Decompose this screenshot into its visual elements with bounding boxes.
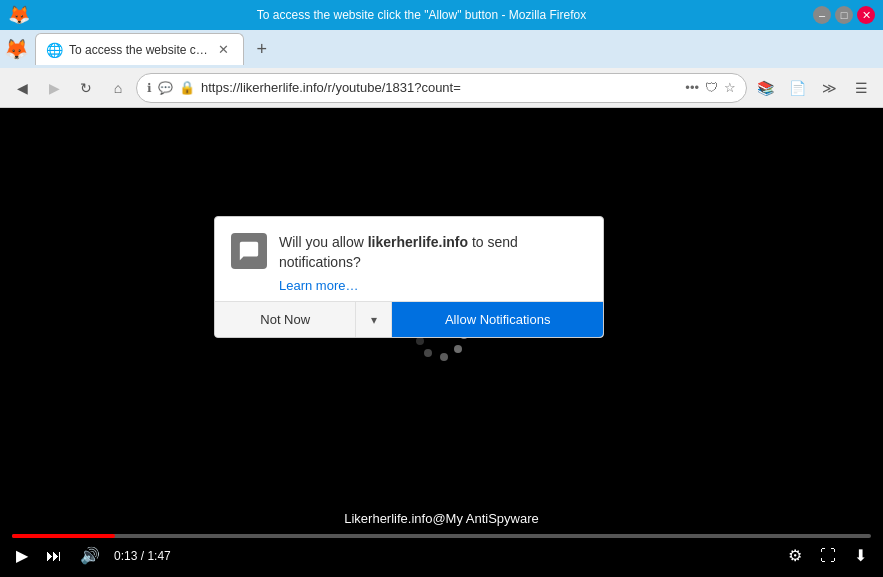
address-bar[interactable]: ℹ 💬 🔒 https://likerherlife.info/r/youtub… — [136, 73, 747, 103]
volume-button[interactable]: 🔊 — [76, 542, 104, 569]
chat-svg-icon — [238, 240, 260, 262]
time-current: 0:13 — [114, 549, 137, 563]
controls-row: ▶ ⏭ 🔊 0:13 / 1:47 ⚙ ⛶ ⬇ — [12, 542, 871, 569]
notification-popup: Will you allow likerherlife.info to send… — [214, 216, 604, 338]
minimize-button[interactable]: – — [813, 6, 831, 24]
popup-actions: Not Now ▾ Allow Notifications — [215, 301, 603, 337]
popup-text-area: Will you allow likerherlife.info to send… — [279, 233, 587, 293]
url-text: https://likerherlife.info/r/youtube/1831… — [201, 80, 679, 95]
not-now-button[interactable]: Not Now — [215, 302, 356, 337]
back-button[interactable]: ◀ — [8, 74, 36, 102]
menu-button[interactable]: ☰ — [847, 74, 875, 102]
tab-bar: 🦊 🌐 To access the website c… ✕ + — [0, 30, 883, 68]
question-prefix: Will you allow — [279, 234, 368, 250]
lock-icon: 🔒 — [179, 80, 195, 95]
tab-title: To access the website c… — [69, 43, 208, 57]
active-tab[interactable]: 🌐 To access the website c… ✕ — [35, 33, 244, 65]
popup-body: Will you allow likerherlife.info to send… — [215, 217, 603, 301]
learn-more-link[interactable]: Learn more… — [279, 278, 587, 293]
tab-site-icon: 🌐 — [46, 42, 63, 58]
tab-close-button[interactable]: ✕ — [214, 40, 233, 59]
popup-chat-icon — [231, 233, 267, 269]
more-options-icon[interactable]: ••• — [685, 80, 699, 95]
progress-bar[interactable] — [12, 534, 871, 538]
video-bottom-title-bar: Likerherlife.info@My AntiSpyware — [12, 511, 871, 526]
firefox-logo-small-icon: 🦊 — [4, 37, 29, 61]
popup-site-name: likerherlife.info — [368, 234, 468, 250]
video-controls: Likerherlife.info@My AntiSpyware ▶ ⏭ 🔊 0… — [0, 503, 883, 577]
fullscreen-button[interactable]: ⛶ — [816, 543, 840, 569]
extensions-icon[interactable]: ≫ — [815, 74, 843, 102]
container-icon[interactable]: 📄 — [783, 74, 811, 102]
skip-button[interactable]: ⏭ — [42, 543, 66, 569]
toolbar-right: 📚 📄 ≫ ☰ — [751, 74, 875, 102]
title-bar-title: To access the website click the "Allow" … — [30, 8, 813, 22]
forward-button[interactable]: ▶ — [40, 74, 68, 102]
not-now-dropdown-button[interactable]: ▾ — [356, 302, 392, 337]
time-total: 1:47 — [147, 549, 170, 563]
library-icon[interactable]: 📚 — [751, 74, 779, 102]
window-close-button[interactable]: ✕ — [857, 6, 875, 24]
settings-button[interactable]: ⚙ — [784, 542, 806, 569]
play-pause-button[interactable]: ▶ — [12, 542, 32, 569]
firefox-logo-icon: 🦊 — [8, 4, 30, 26]
info-icon: ℹ — [147, 81, 152, 95]
popup-question: Will you allow likerherlife.info to send… — [279, 233, 587, 272]
title-bar: 🦊 To access the website click the "Allow… — [0, 0, 883, 30]
allow-notifications-button[interactable]: Allow Notifications — [392, 302, 603, 337]
controls-right: ⚙ ⛶ ⬇ — [784, 542, 871, 569]
download-button[interactable]: ⬇ — [850, 542, 871, 569]
notification-icon: 💬 — [158, 81, 173, 95]
title-bar-left: 🦊 — [8, 4, 30, 26]
reload-button[interactable]: ↻ — [72, 74, 100, 102]
bookmark-icon[interactable]: 🛡 — [705, 80, 718, 95]
main-content: Will you allow likerherlife.info to send… — [0, 108, 883, 577]
title-bar-controls: – □ ✕ — [813, 6, 875, 24]
star-icon[interactable]: ☆ — [724, 80, 736, 95]
time-display: 0:13 / 1:47 — [114, 549, 171, 563]
address-icons: ••• 🛡 ☆ — [685, 80, 736, 95]
video-site-title: Likerherlife.info@My AntiSpyware — [344, 511, 539, 526]
toolbar: ◀ ▶ ↻ ⌂ ℹ 💬 🔒 https://likerherlife.info/… — [0, 68, 883, 108]
home-button[interactable]: ⌂ — [104, 74, 132, 102]
new-tab-button[interactable]: + — [248, 35, 276, 63]
progress-fill — [12, 534, 115, 538]
maximize-button[interactable]: □ — [835, 6, 853, 24]
